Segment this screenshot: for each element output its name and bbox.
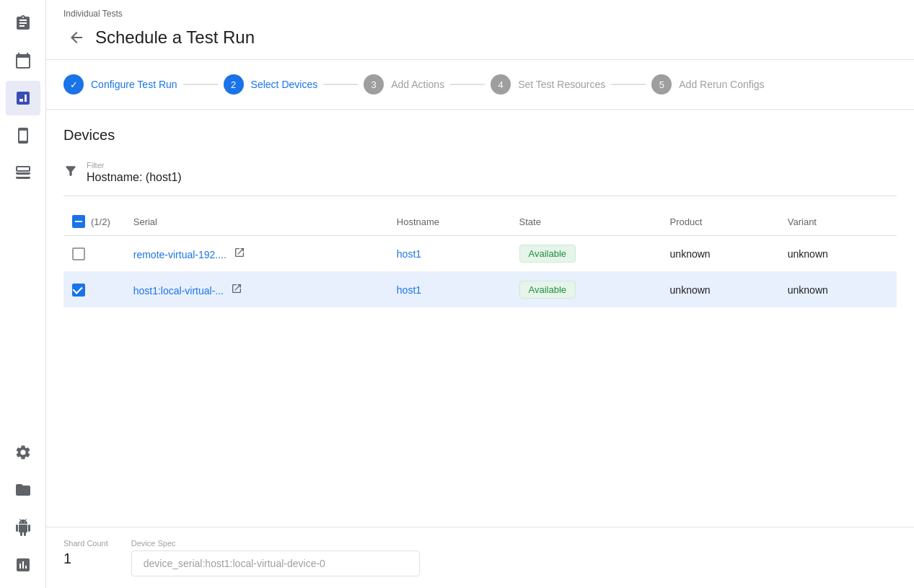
shard-count-value: 1 <box>63 550 108 567</box>
row2-hostname-link[interactable]: host1 <box>397 284 421 296</box>
row1-serial-link[interactable]: remote-virtual-192.... <box>133 249 227 260</box>
sidebar-item-files[interactable] <box>6 473 40 507</box>
row1-external-icon[interactable] <box>234 247 245 258</box>
calendar-icon <box>14 52 32 69</box>
main-content: Individual Tests Schedule a Test Run ✓ C… <box>46 0 914 588</box>
selection-count: (1/2) <box>91 216 110 227</box>
device-spec-label: Device Spec <box>131 539 420 548</box>
row1-checkbox[interactable] <box>72 247 85 260</box>
row1-variant: unknown <box>779 236 897 272</box>
filter-label: Filter <box>87 161 182 170</box>
folder-icon <box>14 481 32 499</box>
row2-checkbox-cell[interactable] <box>63 272 125 308</box>
row2-variant: unknown <box>779 272 897 308</box>
device-spec-field: Device Spec device_serial:host1:local-vi… <box>131 539 420 576</box>
column-hostname: Hostname <box>388 208 511 236</box>
section-title: Devices <box>63 127 897 144</box>
select-all-header[interactable]: (1/2) <box>63 208 125 236</box>
table-row: host1:local-virtual-... host1 Available <box>63 272 897 308</box>
step-5-circle: 5 <box>651 74 672 95</box>
step-4: 4 Set Test Resources <box>491 74 605 95</box>
page-header: Schedule a Test Run <box>46 22 914 60</box>
sidebar <box>0 0 46 588</box>
row1-hostname: host1 <box>388 236 511 272</box>
row2-serial: host1:local-virtual-... <box>125 272 388 308</box>
shard-count-field: Shard Count 1 <box>63 539 108 576</box>
step-5: 5 Add Rerun Configs <box>651 74 764 95</box>
chart-icon <box>14 89 32 107</box>
row1-checkbox-cell[interactable] <box>63 236 125 272</box>
page-title: Schedule a Test Run <box>95 27 255 48</box>
indeterminate-checkbox[interactable] <box>72 215 85 228</box>
step-4-circle: 4 <box>491 74 511 95</box>
row1-state: Available <box>511 236 662 272</box>
row1-product: unknown <box>662 236 779 272</box>
row2-state: Available <box>511 272 662 308</box>
row2-serial-link[interactable]: host1:local-virtual-... <box>133 285 224 297</box>
device-icon <box>14 127 32 144</box>
row1-serial: remote-virtual-192.... <box>125 236 388 272</box>
filter-content: Filter Hostname: (host1) <box>87 161 182 184</box>
step-3: 3 Add Actions <box>364 74 444 95</box>
column-state: State <box>511 208 662 236</box>
row2-external-icon[interactable] <box>231 283 242 294</box>
android-icon <box>14 519 32 536</box>
content-area: Devices Filter Hostname: (host1) <box>46 110 914 527</box>
step-3-label: Add Actions <box>391 79 444 90</box>
breadcrumb: Individual Tests <box>46 0 914 22</box>
row2-product: unknown <box>662 272 779 308</box>
device-spec-value: device_serial:host1:local-virtual-device… <box>144 558 325 569</box>
step-1: ✓ Configure Test Run <box>63 74 177 95</box>
device-spec-box: device_serial:host1:local-virtual-device… <box>131 550 420 576</box>
step-2-circle: 2 <box>224 74 244 95</box>
step-1-circle: ✓ <box>63 74 84 95</box>
step-4-label: Set Test Resources <box>518 79 605 90</box>
device-table: (1/2) Serial Hostname State Product Vari… <box>63 208 897 307</box>
bottom-panel: Shard Count 1 Device Spec device_serial:… <box>46 527 914 588</box>
step-connector-1 <box>183 84 218 85</box>
sidebar-item-calendar[interactable] <box>6 43 40 78</box>
back-arrow-icon <box>68 29 85 46</box>
step-5-label: Add Rerun Configs <box>679 79 764 90</box>
step-1-label: Configure Test Run <box>91 79 177 90</box>
row1-hostname-link[interactable]: host1 <box>397 248 421 260</box>
clipboard-icon <box>14 14 32 32</box>
step-connector-2 <box>323 84 358 85</box>
back-button[interactable] <box>63 25 89 51</box>
sidebar-item-devices[interactable] <box>6 118 40 153</box>
shard-count-label: Shard Count <box>63 539 108 548</box>
sidebar-item-dashboard[interactable] <box>6 81 40 115</box>
step-connector-3 <box>450 84 485 85</box>
filter-value: Hostname: (host1) <box>87 171 182 184</box>
stepper: ✓ Configure Test Run 2 Select Devices 3 … <box>46 60 914 110</box>
sidebar-item-servers[interactable] <box>6 156 40 190</box>
step-3-circle: 3 <box>364 74 384 95</box>
sidebar-item-settings[interactable] <box>6 435 40 470</box>
sidebar-item-analytics[interactable] <box>6 548 40 582</box>
row2-checkbox[interactable] <box>72 284 85 297</box>
column-product: Product <box>662 208 779 236</box>
column-serial: Serial <box>125 208 388 236</box>
row2-state-badge: Available <box>519 281 576 299</box>
step-2: 2 Select Devices <box>224 74 318 95</box>
filter-icon <box>63 164 78 181</box>
analytics-icon <box>14 556 32 574</box>
filter-row[interactable]: Filter Hostname: (host1) <box>63 155 897 196</box>
table-row: remote-virtual-192.... host1 Available <box>63 236 897 272</box>
row2-hostname: host1 <box>388 272 511 308</box>
settings-icon <box>14 444 32 461</box>
row1-state-badge: Available <box>519 245 576 263</box>
step-connector-4 <box>611 84 646 85</box>
server-icon <box>14 164 32 182</box>
sidebar-item-tasks[interactable] <box>6 6 40 40</box>
sidebar-item-android[interactable] <box>6 510 40 545</box>
step-2-label: Select Devices <box>251 79 318 90</box>
column-variant: Variant <box>779 208 897 236</box>
